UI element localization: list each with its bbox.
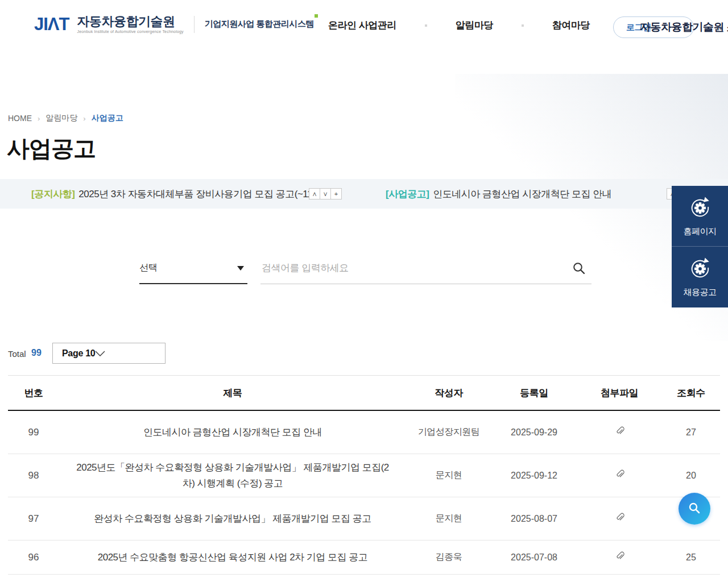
search-input[interactable] (260, 253, 562, 284)
site-header: JIΛT 자동차융합기술원 Jeonbuk Institute of Autom… (0, 0, 728, 55)
page-select[interactable]: Page 10 (52, 343, 166, 364)
quick-link-homepage[interactable]: 홈페이지 (672, 186, 728, 246)
search-category-select[interactable]: 선택 (139, 253, 247, 284)
column-header-date: 등록일 (491, 386, 577, 400)
table-body: 99 인도네시아 금형산업 시장개척단 모집 안내 기업성장지원팀 2025-0… (8, 411, 720, 575)
row-date: 2025-08-07 (491, 514, 577, 524)
nav-item-about-institute[interactable]: 자동차융합기술원 소개 (640, 20, 728, 35)
gear-refresh-icon (688, 256, 712, 282)
breadcrumb-separator: › (38, 114, 40, 123)
breadcrumb: HOME › 알림마당 › 사업공고 (8, 113, 123, 123)
list-meta: Total 99 Page 10 (0, 343, 728, 364)
notice-banner: [공지사항] 2025년 3차 자동차대체부품 장비사용기업 모집 공고(~11… (0, 179, 728, 209)
quick-link-label: 채용공고 (684, 287, 717, 298)
system-name: 기업지원사업 통합관리시스템 (205, 19, 314, 30)
paperclip-icon[interactable] (615, 551, 624, 563)
row-author: 기업성장지원팀 (406, 426, 491, 438)
total-label: Total (8, 349, 26, 359)
main-nav: 온라인 사업관리 알림마당 참여마당 (328, 19, 590, 32)
caret-down-icon (237, 266, 244, 271)
announcement-title-link[interactable]: 인도네시아 금형산업 시장개척단 모집 안내 (59, 420, 406, 444)
magnifier-icon (572, 268, 586, 277)
search-submit-button[interactable] (572, 261, 586, 277)
column-header-no: 번호 (8, 386, 59, 400)
paperclip-icon[interactable] (615, 513, 624, 525)
nav-item-notice[interactable]: 알림마당 (456, 19, 493, 32)
quick-link-recruit[interactable]: 채용공고 (672, 246, 728, 307)
floating-search-button[interactable] (679, 493, 710, 525)
notice-title-link[interactable]: 인도네시아 금형산업 시장개척단 모집 안내 (433, 188, 611, 201)
column-header-title: 제목 (59, 386, 406, 400)
logo-green-dot-icon (315, 14, 318, 18)
chevron-down-icon (95, 348, 105, 359)
notice-tag: [공지사항] (31, 188, 75, 201)
attachment-cell (577, 426, 662, 438)
magnifier-icon (688, 501, 701, 517)
breadcrumb-notice[interactable]: 알림마당 (46, 113, 77, 123)
row-number: 96 (8, 552, 59, 563)
paperclip-icon[interactable] (615, 469, 624, 481)
row-views: 25 (662, 552, 720, 563)
logo-org-subtitle: Jeonbuk Institute of Automotive converge… (77, 30, 183, 34)
notice-next-button[interactable]: ∨ (320, 188, 331, 199)
attachment-cell (577, 551, 662, 563)
page-title: 사업공고 (7, 133, 96, 164)
quick-link-label: 홈페이지 (684, 226, 717, 237)
row-date: 2025-09-29 (491, 427, 577, 438)
breadcrumb-current[interactable]: 사업공고 (92, 113, 123, 123)
row-author: 문지현 (406, 469, 491, 481)
search-category-value: 선택 (139, 262, 157, 274)
breadcrumb-separator: › (83, 114, 85, 123)
announcement-title-link[interactable]: 2025년 수요맞춤형 항공신산업 육성지원 사업 2차 기업 모집 공고 (59, 545, 406, 569)
nav-item-online-business[interactable]: 온라인 사업관리 (328, 19, 396, 32)
table-row[interactable]: 98 2025년도「완성차 수요확정형 상용화 기술개발사업」 제품개발기업 모… (8, 454, 720, 497)
column-header-views: 조회수 (662, 386, 720, 400)
row-date: 2025-07-08 (491, 552, 577, 563)
announcement-title-link[interactable]: 2025년도「완성차 수요확정형 상용화 기술개발사업」 제품개발기업 모집(2… (59, 455, 406, 495)
table-header-row: 번호 제목 작성자 등록일 첨부파일 조회수 (8, 375, 720, 411)
logo-org-name: 자동차융합기술원 (77, 15, 183, 28)
site-logo[interactable]: JIΛT 자동차융합기술원 Jeonbuk Institute of Autom… (34, 15, 314, 34)
nav-item-participation[interactable]: 참여마당 (552, 19, 590, 32)
announcement-table: 번호 제목 작성자 등록일 첨부파일 조회수 99 인도네시아 금형산업 시장개… (8, 375, 720, 575)
notice-banner-left: [공지사항] 2025년 3차 자동차대체부품 장비사용기업 모집 공고(~11… (0, 179, 364, 209)
notice-tag: [사업공고] (386, 188, 429, 201)
notice-title-link[interactable]: 2025년 3차 자동차대체부품 장비사용기업 모집 공고(~11/7(... (78, 188, 309, 201)
row-author: 문지현 (406, 513, 491, 525)
row-number: 97 (8, 513, 59, 525)
quick-link-panel: 홈페이지 채용공고 (672, 186, 728, 307)
logo-acronym: JIΛT (34, 15, 69, 33)
logo-divider (194, 16, 195, 33)
breadcrumb-home[interactable]: HOME (8, 114, 32, 123)
page-select-value: Page 10 (62, 348, 95, 359)
column-header-author: 작성자 (406, 386, 491, 400)
nav-separator-dot (522, 24, 524, 27)
gear-refresh-icon (688, 196, 712, 222)
row-author: 김종욱 (406, 551, 491, 563)
row-number: 98 (8, 470, 59, 481)
table-row[interactable]: 96 2025년 수요맞춤형 항공신산업 육성지원 사업 2차 기업 모집 공고… (8, 541, 720, 575)
table-row[interactable]: 97 완성차 수요확정형 상용화 기술개발사업」 제품개발기업 모집 공고 문지… (8, 497, 720, 541)
page: JIΛT 자동차융합기술원 Jeonbuk Institute of Autom… (0, 0, 728, 582)
nav-separator-dot (425, 24, 427, 27)
table-row[interactable]: 99 인도네시아 금형산업 시장개척단 모집 안내 기업성장지원팀 2025-0… (8, 411, 720, 454)
row-date: 2025-09-12 (491, 471, 577, 481)
notice-prev-button[interactable]: ∧ (309, 188, 320, 199)
row-views: 27 (662, 427, 720, 438)
paperclip-icon[interactable] (615, 426, 624, 438)
announcement-title-link[interactable]: 완성차 수요확정형 상용화 기술개발사업」 제품개발기업 모집 공고 (59, 506, 406, 531)
column-header-attachment: 첨부파일 (577, 386, 662, 400)
notice-expand-button[interactable]: + (330, 188, 342, 199)
search-field (260, 253, 592, 284)
attachment-cell (577, 513, 662, 525)
attachment-cell (577, 469, 662, 481)
total-count: 99 (31, 348, 42, 358)
row-number: 99 (8, 427, 59, 438)
notice-controls: ∧ ∨ + (309, 188, 342, 199)
row-views: 20 (662, 471, 720, 481)
